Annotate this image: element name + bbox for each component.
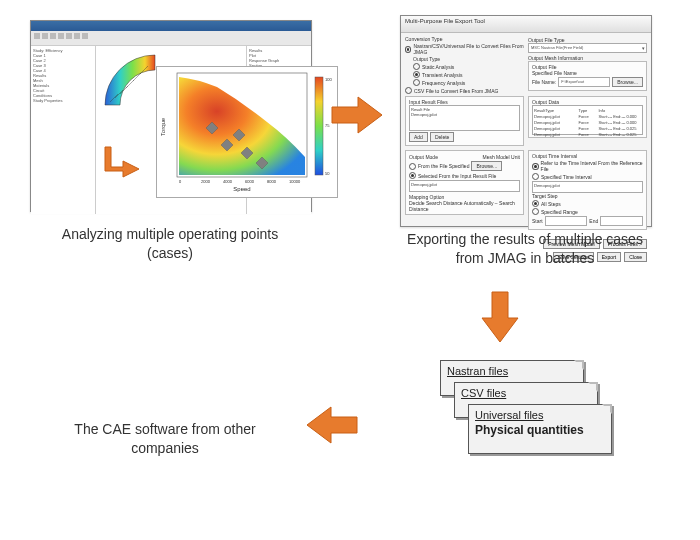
app-titlebar [31, 21, 311, 31]
svg-text:50: 50 [325, 171, 330, 176]
model-canvas[interactable]: Speed Torque 020004000 6000800010000 100… [96, 46, 246, 214]
conv-opt2-radio[interactable] [405, 87, 412, 94]
ts-all-radio[interactable] [532, 200, 539, 207]
toolbar-button[interactable] [34, 33, 40, 39]
result-file-list[interactable]: Result File Demoproj.jplot [409, 105, 520, 131]
toolbar-button[interactable] [58, 33, 64, 39]
om-browse-button[interactable]: Browse... [471, 161, 502, 171]
filename-input[interactable]: F:\Export\out [558, 77, 610, 87]
target-step-label: Target Step [532, 193, 643, 199]
ts-range-radio[interactable] [532, 208, 539, 215]
y-axis-label: Torque [160, 117, 166, 136]
output-filetype-combo[interactable]: MSC Nastran File(Free Field) [528, 43, 647, 53]
specified-filename-label: Specified File Name [532, 70, 643, 76]
col-head: Type [579, 108, 597, 113]
file-label: CSV files [461, 387, 506, 399]
arrow-model-to-map-icon [105, 145, 145, 185]
jmag-designer-window: Study: Efficiency Case 1 Case 2 Case 3 C… [30, 20, 312, 212]
arrow-down-icon [480, 290, 520, 345]
svg-text:6000: 6000 [245, 179, 255, 184]
svg-text:10000: 10000 [289, 179, 301, 184]
svg-text:8000: 8000 [267, 179, 277, 184]
filename-label: File Name: [532, 79, 556, 85]
start-input[interactable] [545, 216, 588, 226]
toolbar-button[interactable] [82, 33, 88, 39]
caption-export: Exporting the results of multiple cases … [400, 230, 650, 268]
add-button[interactable]: Add [409, 132, 428, 142]
physical-quantities-label: Physical quantities [475, 423, 605, 437]
ti-opt1-radio[interactable] [532, 163, 539, 170]
ti-opt2-label: Specified Time Interval [541, 174, 592, 180]
arrow-right-icon [330, 95, 385, 135]
toolbar-button[interactable] [42, 33, 48, 39]
file-card-universal: Universal files Physical quantities [468, 404, 612, 454]
table-row[interactable]: Demoproj.jplotForceStart:--- End:--- 0.0… [534, 120, 641, 125]
efficiency-map-chart: Speed Torque 020004000 6000800010000 100… [156, 66, 338, 198]
conv-opt1-radio[interactable] [405, 46, 411, 53]
svg-rect-13 [315, 77, 323, 175]
ot-transient-radio[interactable] [413, 71, 420, 78]
ti-opt1-label: Refer to the Time Interval From the Refe… [541, 160, 643, 172]
toolbar-button[interactable] [66, 33, 72, 39]
ts-all-label: All Steps [541, 201, 561, 207]
conv-opt1-label: Nastran/CSV/Universal File to Convert Fi… [413, 43, 524, 55]
svg-text:4000: 4000 [223, 179, 233, 184]
time-interval-label: Output Time Interval [532, 153, 643, 159]
ot-static-label: Static Analysis [422, 64, 454, 70]
app-toolbar [31, 31, 311, 46]
om-opt2-radio[interactable] [409, 172, 416, 179]
col-head: Info [599, 108, 642, 113]
ot-static-radio[interactable] [413, 63, 420, 70]
project-tree[interactable]: Study: Efficiency Case 1 Case 2 Case 3 C… [31, 46, 96, 214]
conv-opt2-label: CSV File to Convert Files From JMAG [414, 88, 498, 94]
toolbar-button[interactable] [74, 33, 80, 39]
arrow-left-icon [305, 405, 360, 445]
end-input[interactable] [600, 216, 643, 226]
ti-opt2-radio[interactable] [532, 173, 539, 180]
svg-text:2000: 2000 [201, 179, 211, 184]
browse-button[interactable]: Browse... [612, 77, 643, 87]
list-item[interactable]: Demoproj.jplot [411, 182, 437, 187]
caption-cae: The CAE software from other companies [55, 420, 275, 458]
toolbar-button[interactable] [50, 33, 56, 39]
om-opt1-radio[interactable] [409, 163, 416, 170]
col-head: ResultType [534, 108, 577, 113]
ts-range-label: Specified Range [541, 209, 578, 215]
table-row[interactable]: Demoproj.jplotForceStart:--- End:--- 0.0… [534, 126, 641, 131]
list-item[interactable]: Demoproj.jplot [534, 183, 560, 188]
mesh-unit-label: Mesh Model Unit [482, 154, 520, 160]
svg-text:0: 0 [179, 179, 182, 184]
caption-analyze: Analyzing multiple operating points (cas… [40, 225, 300, 263]
om-list[interactable]: Demoproj.jplot [409, 180, 520, 192]
output-mode-label: Output Mode [409, 154, 438, 160]
mapping-text: Decide Search Distance Automatically – S… [409, 200, 520, 212]
file-label: Universal files [475, 409, 543, 421]
output-type-label: Output Type [413, 56, 524, 62]
svg-text:100: 100 [325, 77, 332, 82]
conversion-type-label: Conversion Type [405, 36, 524, 42]
file-label: Nastran files [447, 365, 508, 377]
ot-frequency-label: Frequency Analysis [422, 80, 465, 86]
om-opt2-label: Selected From the Input Result File [418, 173, 496, 179]
tree-node[interactable]: Study Properties [33, 98, 93, 103]
output-data-table[interactable]: ResultType Type Info Demoproj.jplotForce… [532, 105, 643, 135]
end-label: End [589, 218, 598, 224]
list-item[interactable]: Demoproj.jplot [411, 112, 518, 117]
dialog-title: Multi-Purpose File Export Tool [401, 16, 651, 33]
ot-frequency-radio[interactable] [413, 79, 420, 86]
export-tool-dialog: Multi-Purpose File Export Tool Conversio… [400, 15, 652, 227]
table-row[interactable]: Demoproj.jplotForceStart:--- End:--- 0.0… [534, 114, 641, 119]
ot-transient-label: Transient Analysis [422, 72, 462, 78]
output-files-stack: Nastran files CSV files Universal files … [430, 360, 620, 470]
delete-button[interactable]: Delete [430, 132, 454, 142]
start-label: Start [532, 218, 543, 224]
om-opt1-label: From the File Specified [418, 163, 469, 169]
table-row[interactable]: Demoproj.jplotForceStart:--- End:--- 0.0… [534, 132, 641, 137]
table-header: ResultType Type Info [534, 108, 641, 113]
x-axis-label: Speed [233, 186, 250, 192]
